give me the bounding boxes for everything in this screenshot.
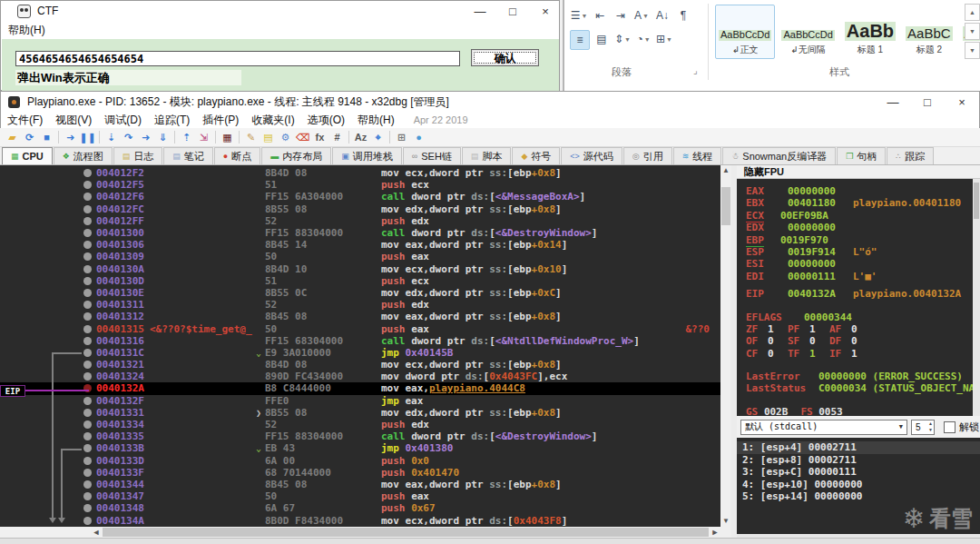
register-value[interactable]: 0019F914 — [788, 246, 853, 258]
disasm-row[interactable]: 004012FC8B55 08mov edx,dword ptr ss:[ebp… — [0, 203, 731, 215]
breakpoint-dot-icon[interactable] — [83, 312, 92, 321]
breakpoint-dot-icon[interactable] — [83, 384, 92, 392]
breakpoint-dot-icon[interactable] — [83, 457, 92, 465]
tab-snowman[interactable]: ☃Snowman反编译器 — [722, 147, 836, 164]
ctf-minimize-button[interactable]: — — [474, 5, 486, 18]
style-card-3[interactable]: AaBbC标题 2 — [902, 5, 956, 59]
distribute-icon[interactable]: ▤ — [593, 30, 611, 48]
tab-handles[interactable]: ❒句柄 — [837, 147, 886, 164]
disasm-row[interactable]: 0040130E8B55 0Cmov edx,dword ptr ss:[ebp… — [0, 287, 731, 299]
calculator-icon[interactable]: ⊞ — [394, 130, 409, 145]
scroll-thumb[interactable] — [103, 528, 709, 537]
eraser-icon[interactable]: ⌫ — [295, 130, 310, 145]
disasm-row[interactable]: 0040131152push edx — [0, 299, 731, 311]
flag-value[interactable]: 0 — [809, 335, 829, 347]
patch-icon[interactable]: ⚙ — [278, 130, 293, 145]
disasm-row[interactable]: 004012FF52push edx — [0, 215, 731, 227]
disasm-row[interactable]: 004013486A 67push 0x67 — [0, 502, 731, 514]
paragraph-dialog-launcher-icon[interactable]: ⌟ — [693, 65, 698, 75]
disasm-row[interactable]: 00401300FF15 88304000call dword ptr ds:[… — [0, 227, 731, 239]
menu-item-1[interactable]: 视图(V) — [49, 113, 98, 128]
kanxue-logo-icon[interactable]: ▦ — [220, 130, 235, 145]
menu-item-6[interactable]: 选项(O) — [301, 113, 351, 128]
argument-row[interactable]: 1: [esp+4] 00002711 — [737, 441, 980, 454]
breakpoint-dot-icon[interactable] — [83, 277, 92, 285]
restart-icon[interactable]: ⟳ — [22, 130, 37, 145]
eflags-row[interactable]: EFLAGS00000344 — [746, 312, 973, 323]
scroll-down-icon[interactable]: ▼ — [720, 516, 731, 527]
menu-item-4[interactable]: 插件(P) — [196, 113, 245, 128]
step-into-icon[interactable]: ⇣ — [103, 130, 119, 145]
tab-memory-map[interactable]: ▬内存布局 — [261, 147, 331, 164]
breakpoint-dot-icon[interactable] — [83, 217, 92, 225]
lightbulb-icon[interactable]: ● — [411, 130, 426, 145]
x32dbg-titlebar[interactable]: Playpiano.exe - PID: 13652 - 模块: playpia… — [0, 91, 980, 112]
breakpoint-dot-icon[interactable] — [83, 181, 92, 189]
disasm-row[interactable]: 004012F6FF15 6A304000call dword ptr ds:[… — [0, 191, 731, 203]
breakpoint-dot-icon[interactable] — [83, 469, 92, 477]
breakpoint-dot-icon[interactable] — [83, 169, 92, 177]
run-icon[interactable]: ➜ — [63, 130, 78, 145]
breakpoint-dot-icon[interactable] — [83, 241, 92, 249]
breakpoint-dot-icon[interactable] — [83, 337, 92, 345]
tab-references[interactable]: ◎引用 — [623, 147, 672, 164]
breakpoint-dot-icon[interactable] — [83, 301, 92, 309]
breakpoint-dot-icon[interactable] — [83, 372, 92, 381]
flag-value[interactable]: 1 — [809, 348, 829, 360]
breakpoint-dot-icon[interactable] — [83, 480, 92, 489]
tab-call-stack[interactable]: ▣调用堆栈 — [332, 147, 402, 164]
scroll-left-icon[interactable]: ◄ — [91, 528, 102, 537]
breakpoint-dot-icon[interactable] — [83, 397, 92, 405]
breakpoint-dot-icon[interactable] — [83, 492, 92, 500]
tab-trace[interactable]: ∴跟踪 — [887, 147, 934, 164]
disasm-row[interactable]: 004013218B4D 08mov ecx,dword ptr ss:[ebp… — [0, 359, 731, 371]
registers-scrollbar[interactable] — [973, 179, 980, 416]
arguments-pane[interactable]: 1: [esp+4] 000027112: [esp+8] 000027113:… — [737, 438, 980, 534]
highlight-pencil-icon[interactable]: ✎ — [243, 130, 259, 145]
register-value[interactable]: 00000000 — [788, 222, 853, 233]
segment-row[interactable]: GS 002BFS 0053 — [746, 406, 973, 416]
disasm-row[interactable]: 004012F551push ecx — [0, 179, 731, 191]
hide-fpu-button[interactable]: 隐藏FPU — [737, 165, 980, 179]
register-value[interactable]: 00000111 — [788, 271, 853, 282]
disasm-row[interactable]: 0040131C⌄E9 3A010000jmp 0x40145B — [0, 347, 731, 359]
stop-icon[interactable]: ■ — [39, 130, 54, 145]
flag-value[interactable]: 0 — [768, 335, 788, 347]
gallery-down-button[interactable]: ▼ — [965, 23, 980, 40]
register-row[interactable]: ESI00000000 — [746, 258, 973, 270]
decrease-indent-icon[interactable]: ⇤ — [591, 6, 609, 25]
register-value[interactable]: 00000000 — [788, 185, 853, 197]
breakpoint-dot-icon[interactable] — [83, 289, 92, 297]
tab-script[interactable]: ▤脚本 — [462, 147, 512, 164]
breakpoint-dot-icon[interactable] — [83, 265, 92, 273]
flag-value[interactable]: 1 — [851, 348, 871, 360]
menu-item-3[interactable]: 追踪(T) — [148, 113, 196, 128]
disasm-row[interactable]: 0040132AB8 C8444000mov eax,playpiano.404… — [0, 382, 731, 394]
disasm-row[interactable]: 0040133D6A 00push 0x0 — [0, 455, 731, 467]
menu-item-5[interactable]: 收藏夹(I) — [245, 113, 300, 128]
breakpoint-dot-icon[interactable] — [83, 444, 92, 452]
disasm-row[interactable]: 00401331❯8B55 08mov edx,dword ptr ss:[eb… — [0, 407, 731, 419]
align-left-icon[interactable]: ≡ — [570, 30, 590, 50]
register-row[interactable]: ESP0019F914L"ó" — [746, 246, 973, 258]
last-status-row[interactable]: LastStatusC0000034 (STATUS_OBJECT_NAME_N — [746, 382, 973, 394]
scroll-thumb[interactable] — [721, 187, 730, 225]
text-effects-icon[interactable]: A▼ — [632, 6, 651, 25]
breakpoint-dot-icon[interactable] — [83, 325, 92, 333]
breakpoint-dot-icon[interactable] — [83, 229, 92, 237]
menu-item-0[interactable]: 文件(F) — [1, 113, 49, 128]
disasm-row[interactable]: 0040134750push eax — [0, 490, 731, 502]
flag-value[interactable]: 1 — [809, 323, 829, 335]
eflags-value[interactable]: 00000344 — [804, 312, 869, 323]
breakpoint-dot-icon[interactable] — [83, 205, 92, 213]
flags-row[interactable]: ZF1PF1AF0 — [746, 323, 973, 335]
disasm-vertical-scrollbar[interactable]: ▲ ▼ — [720, 165, 731, 527]
argument-count-stepper[interactable]: 5 ▲▼ — [911, 420, 935, 435]
hash-icon[interactable]: # — [329, 130, 345, 145]
last-error-row[interactable]: LastError00000000 (ERROR_SUCCESS) — [746, 371, 973, 382]
breakpoint-dot-icon[interactable] — [83, 193, 92, 201]
disasm-row[interactable]: 00401335FF15 88304000call dword ptr ds:[… — [0, 430, 731, 442]
step-over-icon[interactable]: ↷ — [121, 130, 136, 145]
sort-icon[interactable]: A↓ — [653, 6, 671, 25]
disasm-row[interactable]: 00401316FF15 68304000call dword ptr ds:[… — [0, 335, 731, 347]
